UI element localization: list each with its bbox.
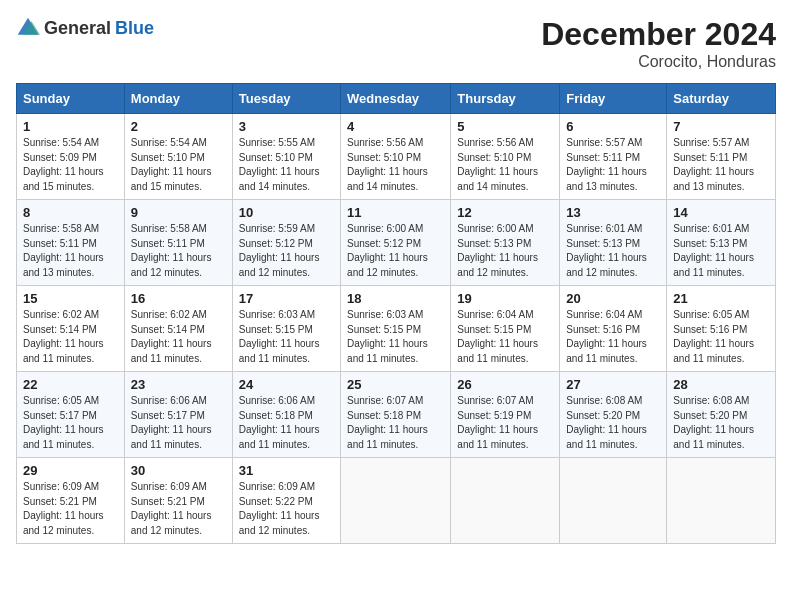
day-number: 30 — [131, 463, 226, 478]
weekday-header-thursday: Thursday — [451, 84, 560, 114]
day-number: 25 — [347, 377, 444, 392]
day-number: 20 — [566, 291, 660, 306]
day-number: 27 — [566, 377, 660, 392]
logo-general: General — [44, 19, 111, 37]
day-cell: 12Sunrise: 6:00 AMSunset: 5:13 PMDayligh… — [451, 200, 560, 286]
weekday-header-tuesday: Tuesday — [232, 84, 340, 114]
day-cell: 29Sunrise: 6:09 AMSunset: 5:21 PMDayligh… — [17, 458, 125, 544]
day-number: 13 — [566, 205, 660, 220]
week-row-1: 1Sunrise: 5:54 AMSunset: 5:09 PMDaylight… — [17, 114, 776, 200]
day-info: Sunrise: 5:58 AMSunset: 5:11 PMDaylight:… — [23, 222, 118, 280]
day-info: Sunrise: 6:02 AMSunset: 5:14 PMDaylight:… — [131, 308, 226, 366]
day-number: 1 — [23, 119, 118, 134]
day-info: Sunrise: 6:01 AMSunset: 5:13 PMDaylight:… — [566, 222, 660, 280]
day-cell: 4Sunrise: 5:56 AMSunset: 5:10 PMDaylight… — [341, 114, 451, 200]
weekday-header-row: SundayMondayTuesdayWednesdayThursdayFrid… — [17, 84, 776, 114]
title-section: December 2024 Corocito, Honduras — [541, 16, 776, 71]
day-number: 17 — [239, 291, 334, 306]
day-cell — [451, 458, 560, 544]
day-number: 4 — [347, 119, 444, 134]
day-cell: 19Sunrise: 6:04 AMSunset: 5:15 PMDayligh… — [451, 286, 560, 372]
day-info: Sunrise: 5:58 AMSunset: 5:11 PMDaylight:… — [131, 222, 226, 280]
day-cell: 13Sunrise: 6:01 AMSunset: 5:13 PMDayligh… — [560, 200, 667, 286]
day-cell: 15Sunrise: 6:02 AMSunset: 5:14 PMDayligh… — [17, 286, 125, 372]
day-number: 24 — [239, 377, 334, 392]
day-number: 29 — [23, 463, 118, 478]
day-number: 9 — [131, 205, 226, 220]
weekday-header-sunday: Sunday — [17, 84, 125, 114]
header: GeneralBlue December 2024 Corocito, Hond… — [16, 16, 776, 71]
day-info: Sunrise: 5:59 AMSunset: 5:12 PMDaylight:… — [239, 222, 334, 280]
day-cell: 17Sunrise: 6:03 AMSunset: 5:15 PMDayligh… — [232, 286, 340, 372]
day-cell: 16Sunrise: 6:02 AMSunset: 5:14 PMDayligh… — [124, 286, 232, 372]
day-cell: 14Sunrise: 6:01 AMSunset: 5:13 PMDayligh… — [667, 200, 776, 286]
day-number: 18 — [347, 291, 444, 306]
weekday-header-monday: Monday — [124, 84, 232, 114]
logo-text: GeneralBlue — [16, 16, 154, 40]
day-info: Sunrise: 6:06 AMSunset: 5:18 PMDaylight:… — [239, 394, 334, 452]
day-cell: 2Sunrise: 5:54 AMSunset: 5:10 PMDaylight… — [124, 114, 232, 200]
day-cell: 3Sunrise: 5:55 AMSunset: 5:10 PMDaylight… — [232, 114, 340, 200]
day-info: Sunrise: 5:57 AMSunset: 5:11 PMDaylight:… — [566, 136, 660, 194]
day-cell: 28Sunrise: 6:08 AMSunset: 5:20 PMDayligh… — [667, 372, 776, 458]
weekday-header-friday: Friday — [560, 84, 667, 114]
day-number: 15 — [23, 291, 118, 306]
day-cell: 26Sunrise: 6:07 AMSunset: 5:19 PMDayligh… — [451, 372, 560, 458]
day-cell: 18Sunrise: 6:03 AMSunset: 5:15 PMDayligh… — [341, 286, 451, 372]
day-info: Sunrise: 6:09 AMSunset: 5:21 PMDaylight:… — [131, 480, 226, 538]
week-row-5: 29Sunrise: 6:09 AMSunset: 5:21 PMDayligh… — [17, 458, 776, 544]
day-info: Sunrise: 6:07 AMSunset: 5:18 PMDaylight:… — [347, 394, 444, 452]
day-info: Sunrise: 6:08 AMSunset: 5:20 PMDaylight:… — [673, 394, 769, 452]
week-row-3: 15Sunrise: 6:02 AMSunset: 5:14 PMDayligh… — [17, 286, 776, 372]
day-info: Sunrise: 5:54 AMSunset: 5:09 PMDaylight:… — [23, 136, 118, 194]
day-cell: 8Sunrise: 5:58 AMSunset: 5:11 PMDaylight… — [17, 200, 125, 286]
day-info: Sunrise: 6:08 AMSunset: 5:20 PMDaylight:… — [566, 394, 660, 452]
day-cell: 21Sunrise: 6:05 AMSunset: 5:16 PMDayligh… — [667, 286, 776, 372]
day-number: 6 — [566, 119, 660, 134]
day-info: Sunrise: 5:57 AMSunset: 5:11 PMDaylight:… — [673, 136, 769, 194]
logo-blue: Blue — [115, 19, 154, 37]
day-info: Sunrise: 6:00 AMSunset: 5:12 PMDaylight:… — [347, 222, 444, 280]
day-cell: 20Sunrise: 6:04 AMSunset: 5:16 PMDayligh… — [560, 286, 667, 372]
day-cell: 25Sunrise: 6:07 AMSunset: 5:18 PMDayligh… — [341, 372, 451, 458]
logo: GeneralBlue — [16, 16, 154, 40]
day-number: 10 — [239, 205, 334, 220]
day-number: 28 — [673, 377, 769, 392]
day-cell: 6Sunrise: 5:57 AMSunset: 5:11 PMDaylight… — [560, 114, 667, 200]
month-year: December 2024 — [541, 16, 776, 53]
day-cell: 22Sunrise: 6:05 AMSunset: 5:17 PMDayligh… — [17, 372, 125, 458]
day-info: Sunrise: 6:04 AMSunset: 5:16 PMDaylight:… — [566, 308, 660, 366]
day-number: 8 — [23, 205, 118, 220]
day-info: Sunrise: 6:04 AMSunset: 5:15 PMDaylight:… — [457, 308, 553, 366]
day-info: Sunrise: 6:02 AMSunset: 5:14 PMDaylight:… — [23, 308, 118, 366]
day-info: Sunrise: 6:03 AMSunset: 5:15 PMDaylight:… — [347, 308, 444, 366]
day-number: 19 — [457, 291, 553, 306]
day-cell: 23Sunrise: 6:06 AMSunset: 5:17 PMDayligh… — [124, 372, 232, 458]
day-cell: 31Sunrise: 6:09 AMSunset: 5:22 PMDayligh… — [232, 458, 340, 544]
day-cell: 9Sunrise: 5:58 AMSunset: 5:11 PMDaylight… — [124, 200, 232, 286]
day-cell: 10Sunrise: 5:59 AMSunset: 5:12 PMDayligh… — [232, 200, 340, 286]
day-cell: 1Sunrise: 5:54 AMSunset: 5:09 PMDaylight… — [17, 114, 125, 200]
day-info: Sunrise: 6:01 AMSunset: 5:13 PMDaylight:… — [673, 222, 769, 280]
day-info: Sunrise: 5:55 AMSunset: 5:10 PMDaylight:… — [239, 136, 334, 194]
day-number: 22 — [23, 377, 118, 392]
day-info: Sunrise: 6:09 AMSunset: 5:21 PMDaylight:… — [23, 480, 118, 538]
day-info: Sunrise: 6:00 AMSunset: 5:13 PMDaylight:… — [457, 222, 553, 280]
day-cell — [341, 458, 451, 544]
day-cell: 27Sunrise: 6:08 AMSunset: 5:20 PMDayligh… — [560, 372, 667, 458]
location: Corocito, Honduras — [541, 53, 776, 71]
day-cell: 7Sunrise: 5:57 AMSunset: 5:11 PMDaylight… — [667, 114, 776, 200]
day-info: Sunrise: 6:05 AMSunset: 5:16 PMDaylight:… — [673, 308, 769, 366]
weekday-header-saturday: Saturday — [667, 84, 776, 114]
day-cell — [560, 458, 667, 544]
day-info: Sunrise: 6:03 AMSunset: 5:15 PMDaylight:… — [239, 308, 334, 366]
day-info: Sunrise: 6:09 AMSunset: 5:22 PMDaylight:… — [239, 480, 334, 538]
day-cell: 5Sunrise: 5:56 AMSunset: 5:10 PMDaylight… — [451, 114, 560, 200]
day-number: 16 — [131, 291, 226, 306]
weekday-header-wednesday: Wednesday — [341, 84, 451, 114]
day-info: Sunrise: 5:56 AMSunset: 5:10 PMDaylight:… — [347, 136, 444, 194]
day-number: 3 — [239, 119, 334, 134]
day-info: Sunrise: 6:06 AMSunset: 5:17 PMDaylight:… — [131, 394, 226, 452]
day-number: 2 — [131, 119, 226, 134]
day-number: 11 — [347, 205, 444, 220]
